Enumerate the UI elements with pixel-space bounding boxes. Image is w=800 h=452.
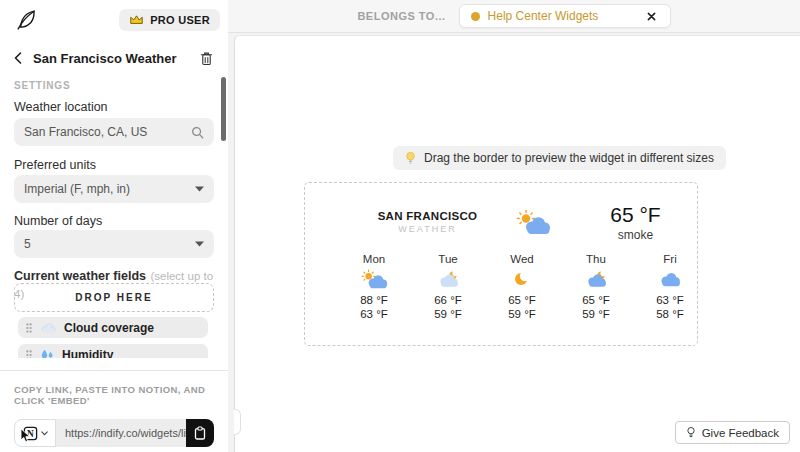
widget-subtitle: WEATHER: [350, 224, 505, 234]
back-button[interactable]: [14, 50, 30, 66]
weather-icon-moon-behind-cloud: [561, 268, 631, 290]
number-of-days-value: 5: [24, 237, 195, 251]
draggable-field-list: Cloud coverage Humidity: [18, 317, 208, 358]
notion-icon: N: [23, 426, 38, 441]
draggable-item-label: Cloud coverage: [64, 321, 154, 335]
weather-icon-cloud: [635, 268, 705, 290]
forecast-low: 63 °F: [339, 308, 409, 320]
widget-header-title: SAN FRANCISCO WEATHER: [350, 210, 505, 234]
crown-icon: [129, 14, 144, 26]
forecast-col-thu: Thu 65 °F 59 °: [561, 253, 631, 320]
forecast-low: 59 °F: [487, 308, 557, 320]
copy-link-instructions: COPY LINK, PASTE INTO NOTION, AND CLICK …: [14, 384, 214, 406]
forecast-high: 65 °F: [487, 294, 557, 306]
drag-tip: Drag the border to preview the widget in…: [393, 146, 726, 170]
drag-handle-icon[interactable]: [26, 323, 32, 333]
collection-pill[interactable]: Help Center Widgets: [459, 4, 671, 28]
sidebar-header: PRO USER: [14, 7, 220, 33]
forecast-col-tue: Tue 66 °F 59 °: [413, 253, 483, 320]
current-temp: 65 °F: [583, 203, 688, 227]
widget-preview-box[interactable]: SAN FRANCISCO WEATHER: [304, 182, 698, 346]
embed-url-field[interactable]: https://indify.co/widgets/live/weather/n…: [56, 419, 186, 447]
settings-sidebar: PRO USER San Francisco Weather SETTINGS …: [0, 0, 228, 452]
drop-here-zone[interactable]: DROP HERE: [14, 283, 214, 312]
delete-widget-button[interactable]: [198, 50, 214, 66]
draggable-item-label: Humidity: [62, 348, 113, 359]
current-weather-fields-label: Current weather fields: [14, 269, 146, 283]
forecast-row: Mon: [339, 253, 705, 320]
forecast-day: Fri: [635, 253, 705, 265]
chevron-down-icon: [195, 186, 204, 192]
sidebar-scrollbar-thumb[interactable]: [221, 77, 226, 141]
forecast-high: 66 °F: [413, 294, 483, 306]
forecast-low: 58 °F: [635, 308, 705, 320]
current-condition: smoke: [583, 228, 688, 242]
feather-logo-icon[interactable]: [14, 8, 38, 32]
pro-user-label: PRO USER: [150, 14, 210, 26]
page-title: San Francisco Weather: [33, 51, 198, 66]
app-selector-dropdown[interactable]: N: [14, 419, 56, 447]
preferred-units-select[interactable]: Imperial (F, mph, in): [14, 175, 214, 203]
preferred-units-label: Preferred units: [14, 158, 214, 172]
embed-row: N https://indify.co/widgets/live/weather…: [14, 419, 214, 447]
forecast-col-fri: Fri 63 °F 58 °F: [635, 253, 705, 320]
drop-here-label: DROP HERE: [75, 292, 152, 303]
weather-location-input[interactable]: San Francisco, CA, US: [14, 118, 214, 146]
chevron-down-icon: [195, 241, 204, 247]
forecast-low: 59 °F: [413, 308, 483, 320]
chevron-left-icon: [14, 52, 22, 64]
settings-section-label: SETTINGS: [14, 80, 70, 91]
search-icon[interactable]: [191, 126, 204, 139]
svg-text:N: N: [27, 428, 34, 438]
topbar: BELONGS TO... Help Center Widgets: [228, 0, 800, 33]
lightbulb-outline-icon: [686, 426, 696, 439]
current-weather-icon-sun-behind-cloud: [510, 209, 555, 235]
weather-icon-moon-behind-light-cloud: [413, 268, 483, 290]
forecast-day: Tue: [413, 253, 483, 265]
forecast-col-mon: Mon: [339, 253, 409, 320]
close-icon: [647, 12, 656, 21]
copy-link-button[interactable]: [186, 419, 214, 447]
trash-icon: [200, 51, 213, 66]
remove-collection-button[interactable]: [645, 9, 659, 23]
forecast-low: 59 °F: [561, 308, 631, 320]
chevron-down-icon: [41, 431, 48, 436]
drag-tip-text: Drag the border to preview the widget in…: [424, 151, 714, 165]
draggable-item-cloud-coverage[interactable]: Cloud coverage: [18, 317, 208, 338]
pro-user-badge[interactable]: PRO USER: [119, 9, 220, 31]
clipboard-icon: [194, 426, 206, 440]
weather-location-value: San Francisco, CA, US: [24, 125, 191, 139]
number-of-days-select[interactable]: 5: [14, 230, 214, 258]
embed-panel: COPY LINK, PASTE INTO NOTION, AND CLICK …: [0, 370, 228, 452]
give-feedback-label: Give Feedback: [702, 427, 779, 439]
main-area: BELONGS TO... Help Center Widgets: [228, 0, 800, 452]
collection-dot-icon: [471, 12, 480, 21]
cloud-icon: [40, 322, 56, 334]
forecast-day: Thu: [561, 253, 631, 265]
widget-current-conditions: 65 °F smoke: [583, 203, 688, 242]
preferred-units-value: Imperial (F, mph, in): [24, 182, 195, 196]
forecast-high: 65 °F: [561, 294, 631, 306]
forecast-day: Wed: [487, 253, 557, 265]
forecast-col-wed: Wed 65 °F 59 °F: [487, 253, 557, 320]
forecast-high: 88 °F: [339, 294, 409, 306]
weather-icon-sun-behind-cloud: [339, 268, 409, 290]
forecast-day: Mon: [339, 253, 409, 265]
app-window: PRO USER San Francisco Weather SETTINGS …: [0, 0, 800, 452]
forecast-high: 63 °F: [635, 294, 705, 306]
widget-title-row: San Francisco Weather: [14, 49, 214, 67]
drag-handle-icon[interactable]: [26, 350, 32, 359]
droplets-icon: [40, 349, 54, 359]
panel-resize-handle[interactable]: [234, 409, 241, 435]
draggable-item-humidity[interactable]: Humidity: [18, 344, 208, 358]
lightbulb-icon: [405, 151, 416, 165]
belongs-to-label: BELONGS TO...: [357, 10, 445, 22]
preview-canvas: Drag the border to preview the widget in…: [234, 35, 800, 452]
weather-icon-crescent-moon: [487, 268, 557, 290]
collection-name: Help Center Widgets: [488, 9, 645, 23]
give-feedback-button[interactable]: Give Feedback: [675, 421, 790, 444]
widget-city: SAN FRANCISCO: [350, 210, 505, 222]
weather-location-label: Weather location: [14, 100, 214, 114]
number-of-days-label: Number of days: [14, 214, 214, 228]
